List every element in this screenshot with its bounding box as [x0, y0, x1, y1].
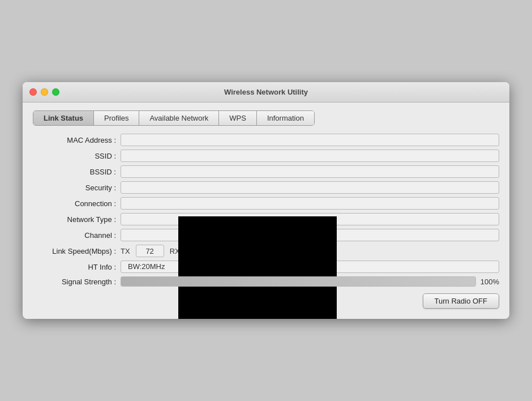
window-controls[interactable] [29, 88, 59, 96]
mac-address-row: MAC Address : [33, 134, 499, 146]
connection-label: Connection : [33, 199, 121, 208]
titlebar: Wireless Network Utility [23, 82, 509, 103]
tx-input[interactable] [136, 245, 164, 257]
main-content: Link Status Profiles Available Network W… [23, 103, 509, 319]
tab-information[interactable]: Information [257, 111, 314, 125]
ssid-row: SSID : [33, 150, 499, 162]
network-type-label: Network Type : [33, 215, 121, 224]
bssid-label: BSSID : [33, 168, 121, 176]
close-button[interactable] [29, 88, 37, 96]
mac-address-label: MAC Address : [33, 136, 121, 144]
channel-label: Channel : [33, 231, 121, 240]
tab-bar: Link Status Profiles Available Network W… [33, 110, 315, 126]
redacted-overlay [178, 216, 337, 319]
tab-wps[interactable]: WPS [219, 111, 257, 125]
connection-row: Connection : [33, 197, 499, 210]
signal-strength-label: Signal Strength : [33, 278, 121, 286]
connection-value [121, 197, 499, 210]
mac-address-value [121, 134, 499, 146]
ssid-value [121, 150, 499, 162]
signal-percent: 100% [480, 278, 499, 286]
ht-bw: BW:20MHz [128, 261, 165, 273]
signal-bar-fill [121, 277, 475, 286]
signal-bar [121, 276, 476, 287]
window-title: Wireless Network Utility [224, 88, 308, 96]
ht-info-label: HT Info : [33, 263, 121, 271]
tx-label: TX [121, 247, 130, 255]
link-speed-label: Link Speed(Mbps) : [33, 247, 121, 255]
tab-profiles[interactable]: Profiles [94, 111, 139, 125]
fields-container: MAC Address : SSID : BSSID : Security : [33, 134, 499, 245]
security-row: Security : [33, 181, 499, 194]
tab-link-status[interactable]: Link Status [33, 111, 94, 125]
security-value [121, 181, 499, 194]
app-window: Wireless Network Utility Link Status Pro… [23, 82, 509, 319]
signal-strength-row: Signal Strength : 100% [33, 276, 499, 287]
bssid-row: BSSID : [33, 165, 499, 178]
ssid-label: SSID : [33, 152, 121, 160]
tab-available-network[interactable]: Available Network [139, 111, 219, 125]
minimize-button[interactable] [41, 88, 48, 96]
bssid-value [121, 165, 499, 178]
maximize-button[interactable] [52, 88, 59, 96]
turn-radio-off-button[interactable]: Turn Radio OFF [423, 293, 499, 309]
security-label: Security : [33, 184, 121, 192]
